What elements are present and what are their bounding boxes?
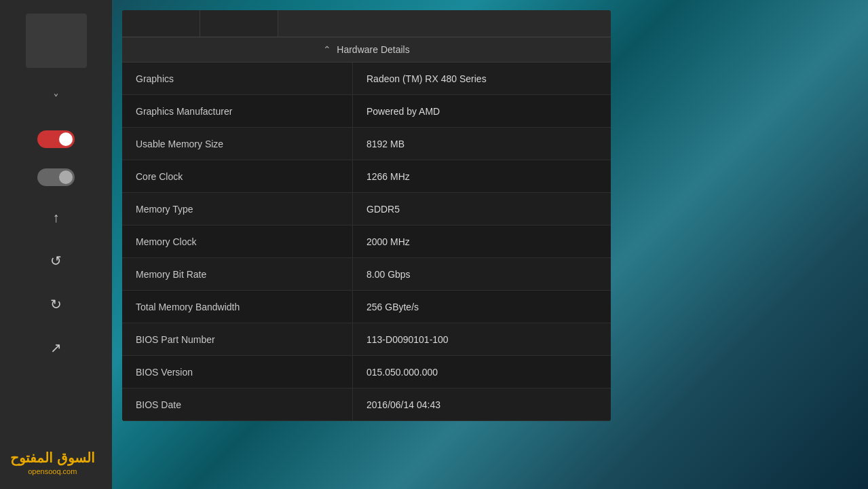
row-value-bios-part-number: 113-D0090101-100 [353, 323, 611, 355]
hardware-details-table: Graphics Radeon (TM) RX 480 Series Graph… [122, 62, 611, 421]
table-row: BIOS Date 2016/06/14 04:43 [122, 388, 611, 421]
opensooq-watermark: السوق المفتوح opensooq.com [10, 450, 95, 475]
arrow-icon[interactable]: ↗ [47, 336, 65, 359]
row-value-memory-type: GDDR5 [353, 193, 611, 225]
tab-1[interactable] [122, 10, 200, 37]
row-value-bios-date: 2016/06/14 04:43 [353, 388, 611, 420]
table-row: BIOS Part Number 113-D0090101-100 [122, 323, 611, 356]
toggle-gray-switch[interactable] [37, 168, 75, 186]
watermark-url: opensooq.com [28, 467, 77, 475]
table-row: Core Clock 1266 MHz [122, 160, 611, 193]
watermark-arabic-text: السوق المفتوح [10, 450, 95, 466]
table-row: Memory Clock 2000 MHz [122, 225, 611, 258]
row-label-memory-clock: Memory Clock [122, 225, 353, 257]
table-row: Memory Bit Rate 8.00 Gbps [122, 258, 611, 291]
table-row: Usable Memory Size 8192 MB [122, 128, 611, 160]
row-label-total-memory-bandwidth: Total Memory Bandwidth [122, 291, 353, 323]
row-value-memory-clock: 2000 MHz [353, 225, 611, 257]
upload-icon[interactable]: ↑ [50, 206, 63, 229]
row-label-graphics: Graphics [122, 62, 353, 94]
section-header-title: Hardware Details [337, 44, 409, 55]
left-sidebar: ˅ ↑ ↺ ↻ ↗ [0, 0, 112, 489]
row-label-core-clock: Core Clock [122, 160, 353, 192]
redo-icon[interactable]: ↻ [47, 293, 65, 316]
row-value-total-memory-bandwidth: 256 GByte/s [353, 291, 611, 323]
table-row: BIOS Version 015.050.000.000 [122, 356, 611, 388]
sidebar-top-widget [26, 14, 87, 68]
row-label-bios-version: BIOS Version [122, 356, 353, 388]
panel-tabs [122, 10, 611, 37]
undo-icon[interactable]: ↺ [47, 249, 65, 272]
row-value-bios-version: 015.050.000.000 [353, 356, 611, 388]
row-value-memory-bit-rate: 8.00 Gbps [353, 258, 611, 290]
sidebar-chevron-icon[interactable]: ˅ [50, 88, 62, 110]
row-label-memory-type: Memory Type [122, 193, 353, 225]
row-value-core-clock: 1266 MHz [353, 160, 611, 192]
hardware-details-panel: ⌃ Hardware Details Graphics Radeon (TM) … [122, 10, 611, 421]
table-row: Memory Type GDDR5 [122, 193, 611, 225]
row-label-bios-date: BIOS Date [122, 388, 353, 420]
table-row: Graphics Radeon (TM) RX 480 Series [122, 62, 611, 95]
toggle-red-switch[interactable] [37, 130, 75, 148]
row-label-bios-part-number: BIOS Part Number [122, 323, 353, 355]
tab-2[interactable] [200, 10, 278, 37]
row-label-graphics-manufacturer: Graphics Manufacturer [122, 95, 353, 127]
row-label-usable-memory: Usable Memory Size [122, 128, 353, 160]
chevron-up-icon: ⌃ [323, 44, 331, 55]
table-row: Graphics Manufacturer Powered by AMD [122, 95, 611, 128]
row-label-memory-bit-rate: Memory Bit Rate [122, 258, 353, 290]
table-row: Total Memory Bandwidth 256 GByte/s [122, 291, 611, 323]
row-value-usable-memory: 8192 MB [353, 128, 611, 160]
section-header: ⌃ Hardware Details [122, 37, 611, 62]
row-value-graphics: Radeon (TM) RX 480 Series [353, 62, 611, 94]
row-value-graphics-manufacturer: Powered by AMD [353, 95, 611, 127]
